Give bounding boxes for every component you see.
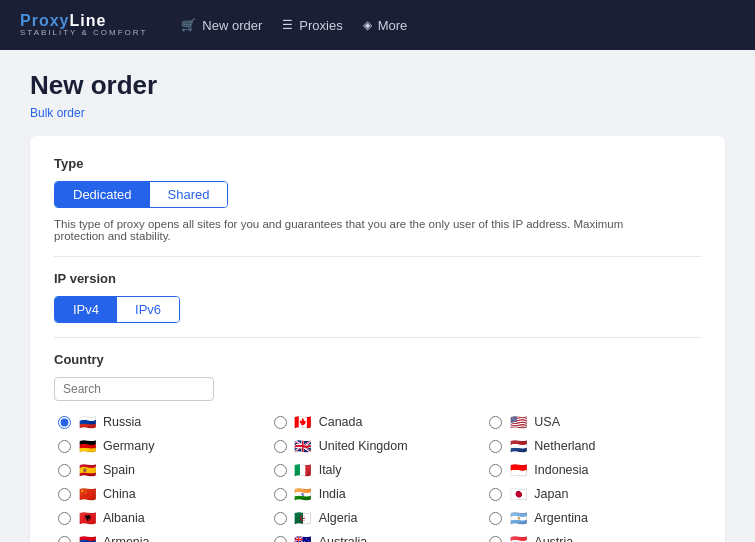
country-flag: 🇮🇩: [508, 463, 528, 477]
bulk-order-link[interactable]: Bulk order: [30, 106, 85, 120]
country-name: Netherland: [534, 439, 595, 453]
country-name: Austria: [534, 535, 573, 542]
country-item[interactable]: 🇮🇩 Indonesia: [485, 461, 701, 479]
ipv4-button[interactable]: IPv4: [55, 297, 117, 322]
country-flag: 🇨🇦: [293, 415, 313, 429]
country-radio[interactable]: [58, 464, 71, 477]
country-name: Indonesia: [534, 463, 588, 477]
country-item[interactable]: 🇦🇹 Austria: [485, 533, 701, 542]
country-name: Russia: [103, 415, 141, 429]
brand-tagline: STABILITY & COMFORT: [20, 29, 147, 38]
nav-label-more: More: [378, 18, 408, 33]
country-item[interactable]: 🇷🇺 Russia: [54, 413, 270, 431]
country-flag: 🇺🇸: [508, 415, 528, 429]
country-flag: 🇦🇷: [508, 511, 528, 525]
country-radio[interactable]: [274, 512, 287, 525]
country-name: Australia: [319, 535, 368, 542]
ip-version-label: IP version: [54, 271, 701, 286]
country-flag: 🇦🇺: [293, 535, 313, 542]
ipv6-button[interactable]: IPv6: [117, 297, 179, 322]
country-name: Canada: [319, 415, 363, 429]
country-flag: 🇩🇿: [293, 511, 313, 525]
country-flag: 🇨🇳: [77, 487, 97, 501]
country-name: USA: [534, 415, 560, 429]
navbar: ProxyLine STABILITY & COMFORT 🛒 New orde…: [0, 0, 755, 50]
country-item[interactable]: 🇬🇧 United Kingdom: [270, 437, 486, 455]
country-radio[interactable]: [58, 536, 71, 543]
country-radio[interactable]: [489, 416, 502, 429]
country-flag: 🇮🇳: [293, 487, 313, 501]
country-item[interactable]: 🇦🇲 Armenia: [54, 533, 270, 542]
brand-logo[interactable]: ProxyLine STABILITY & COMFORT: [20, 12, 147, 38]
country-grid: 🇷🇺 Russia 🇨🇦 Canada 🇺🇸 USA 🇩🇪 Germany 🇬🇧…: [54, 413, 701, 542]
country-flag: 🇮🇹: [293, 463, 313, 477]
country-item[interactable]: 🇦🇷 Argentina: [485, 509, 701, 527]
country-item[interactable]: 🇦🇱 Albania: [54, 509, 270, 527]
nav-links: 🛒 New order ☰ Proxies ◈ More: [181, 18, 407, 33]
nav-label-new-order: New order: [202, 18, 262, 33]
country-item[interactable]: 🇪🇸 Spain: [54, 461, 270, 479]
brand-name-part2: Line: [69, 12, 106, 29]
country-flag: 🇦🇹: [508, 535, 528, 542]
country-radio[interactable]: [489, 512, 502, 525]
country-radio[interactable]: [58, 440, 71, 453]
country-name: United Kingdom: [319, 439, 408, 453]
country-radio[interactable]: [489, 488, 502, 501]
shared-button[interactable]: Shared: [150, 182, 228, 207]
country-item[interactable]: 🇳🇱 Netherland: [485, 437, 701, 455]
country-radio[interactable]: [274, 488, 287, 501]
country-name: Argentina: [534, 511, 588, 525]
country-item[interactable]: 🇮🇹 Italy: [270, 461, 486, 479]
country-flag: 🇳🇱: [508, 439, 528, 453]
list-icon: ☰: [282, 18, 293, 32]
country-item[interactable]: 🇺🇸 USA: [485, 413, 701, 431]
country-item[interactable]: 🇩🇿 Algeria: [270, 509, 486, 527]
country-flag: 🇷🇺: [77, 415, 97, 429]
divider-2: [54, 337, 701, 338]
country-item[interactable]: 🇯🇵 Japan: [485, 485, 701, 503]
country-radio[interactable]: [274, 464, 287, 477]
country-radio[interactable]: [58, 512, 71, 525]
cart-icon: 🛒: [181, 18, 196, 32]
main-content: New order Bulk order Type Dedicated Shar…: [0, 50, 755, 542]
country-radio[interactable]: [274, 536, 287, 543]
order-card: Type Dedicated Shared This type of proxy…: [30, 136, 725, 542]
nav-item-proxies[interactable]: ☰ Proxies: [282, 18, 342, 33]
country-radio[interactable]: [274, 416, 287, 429]
country-item[interactable]: 🇨🇳 China: [54, 485, 270, 503]
divider-1: [54, 256, 701, 257]
country-name: India: [319, 487, 346, 501]
layers-icon: ◈: [363, 18, 372, 32]
country-name: China: [103, 487, 136, 501]
dedicated-button[interactable]: Dedicated: [55, 182, 150, 207]
nav-label-proxies: Proxies: [299, 18, 342, 33]
country-item[interactable]: 🇦🇺 Australia: [270, 533, 486, 542]
country-flag: 🇦🇲: [77, 535, 97, 542]
country-radio[interactable]: [489, 440, 502, 453]
country-name: Albania: [103, 511, 145, 525]
country-radio[interactable]: [489, 464, 502, 477]
page-title: New order: [30, 70, 725, 101]
country-name: Armenia: [103, 535, 150, 542]
type-label: Type: [54, 156, 701, 171]
ip-toggle-group: IPv4 IPv6: [54, 296, 180, 323]
country-radio[interactable]: [58, 416, 71, 429]
country-radio[interactable]: [58, 488, 71, 501]
country-item[interactable]: 🇮🇳 India: [270, 485, 486, 503]
country-flag: 🇩🇪: [77, 439, 97, 453]
country-search-input[interactable]: [54, 377, 214, 401]
country-radio[interactable]: [489, 536, 502, 543]
country-name: Italy: [319, 463, 342, 477]
country-label: Country: [54, 352, 701, 367]
nav-item-new-order[interactable]: 🛒 New order: [181, 18, 262, 33]
type-toggle-group: Dedicated Shared: [54, 181, 228, 208]
country-flag: 🇪🇸: [77, 463, 97, 477]
country-radio[interactable]: [274, 440, 287, 453]
country-name: Spain: [103, 463, 135, 477]
country-item[interactable]: 🇨🇦 Canada: [270, 413, 486, 431]
country-name: Japan: [534, 487, 568, 501]
country-item[interactable]: 🇩🇪 Germany: [54, 437, 270, 455]
brand-name-part1: Proxy: [20, 12, 69, 29]
country-flag: 🇯🇵: [508, 487, 528, 501]
nav-item-more[interactable]: ◈ More: [363, 18, 408, 33]
